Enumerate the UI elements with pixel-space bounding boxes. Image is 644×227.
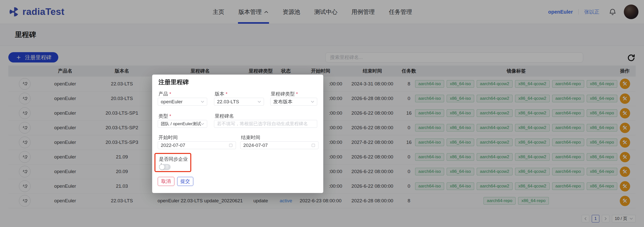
register-milestone-modal: 注册里程碑 产品* 版本* 里程碑类型* openEuler 22.03-LTS… (152, 75, 323, 193)
milestone-name-label: 里程碑名 (215, 113, 234, 119)
type-select-value: 团队 / openEuler测试组 (161, 121, 201, 127)
type-label: 类型* (158, 113, 171, 119)
calendar-icon (229, 143, 233, 147)
toggle-off-text: 否 (165, 165, 169, 169)
version-select[interactable]: 22.03-LTS (214, 98, 264, 106)
chevron-down-icon (201, 101, 204, 103)
toggle-knob (159, 165, 165, 170)
start-time-label: 开始时间 (158, 134, 178, 141)
required-mark: * (296, 91, 298, 96)
chevron-down-icon (201, 123, 204, 125)
product-label: 产品* (158, 91, 171, 97)
product-select-value: openEuler (161, 99, 201, 105)
chevron-down-icon (258, 101, 261, 103)
end-date-picker[interactable]: 2024-07-07 (240, 141, 318, 149)
milestone-type-select-value: 发布版本 (273, 99, 311, 105)
end-date-value: 2024-07-07 (243, 143, 311, 148)
milestone-type-label: 里程碑类型* (271, 91, 298, 97)
type-select[interactable]: 团队 / openEuler测试组 (158, 120, 207, 128)
milestone-name-input[interactable] (214, 120, 317, 128)
required-mark: * (169, 113, 171, 119)
version-label: 版本* (215, 91, 227, 97)
version-select-value: 22.03-LTS (217, 99, 258, 105)
start-date-picker[interactable]: 2022-07-07 (158, 141, 236, 149)
product-select[interactable]: openEuler (158, 98, 207, 106)
submit-button[interactable]: 提交 (177, 177, 193, 186)
sync-repo-toggle[interactable]: 否 (159, 164, 171, 170)
end-time-label: 结束时间 (241, 134, 260, 141)
required-mark: * (169, 91, 171, 96)
modal-title: 注册里程碑 (158, 78, 189, 86)
required-mark: * (226, 91, 227, 96)
milestone-type-select[interactable]: 发布版本 (270, 98, 317, 106)
sync-repo-highlight-box: 是否同步企业仓 否 (154, 153, 191, 172)
chevron-down-icon (311, 101, 314, 103)
calendar-icon (311, 143, 315, 147)
cancel-button[interactable]: 取消 (158, 177, 174, 186)
start-date-value: 2022-07-07 (161, 143, 229, 148)
